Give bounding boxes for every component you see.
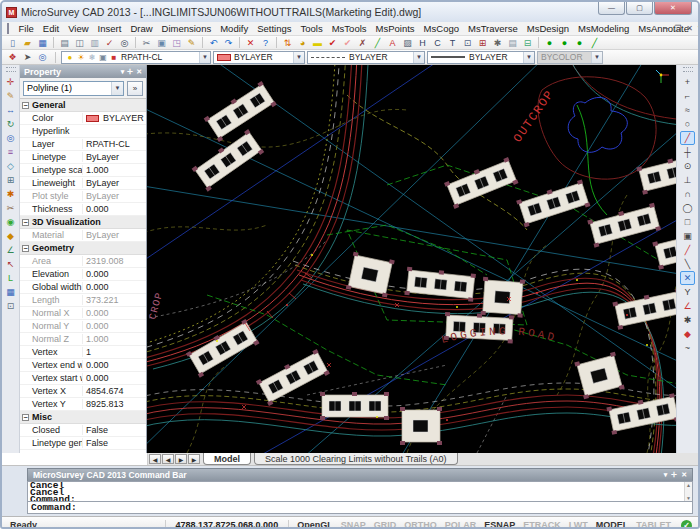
tab-next-button[interactable]: ▶	[175, 454, 187, 464]
menu-item-modify[interactable]: Modify	[216, 22, 253, 35]
circle-tool[interactable]: ○	[680, 117, 695, 131]
property-row[interactable]: Plot styleByLayer	[20, 190, 146, 203]
property-row[interactable]: Vertex end width0.000	[20, 359, 146, 372]
property-row[interactable]: LinetypeByLayer	[20, 151, 146, 164]
property-row[interactable]: Vertex X4854.674	[20, 385, 146, 398]
menu-item-mstools[interactable]: MsTools	[327, 22, 371, 35]
break-tool[interactable]: ✕	[680, 271, 695, 285]
center-circle-tool[interactable]: ⊙	[680, 159, 695, 173]
xy-marker-icon[interactable]: ✗	[355, 36, 370, 49]
panel-close-icon[interactable]: ✕	[136, 68, 142, 76]
offset-tool[interactable]: ≡	[3, 145, 18, 159]
property-row[interactable]: Length373.221	[20, 294, 146, 307]
property-panel-header[interactable]: Property ▾ ✛ ✕	[20, 65, 146, 78]
angle-tool[interactable]: ∠	[3, 243, 18, 257]
entity-selector-arrow-icon[interactable]: ▼	[111, 82, 123, 95]
hatch-icon[interactable]: ▨	[400, 36, 415, 49]
leader-tool[interactable]: ↖	[3, 257, 18, 271]
property-row[interactable]: Global width0.000	[20, 281, 146, 294]
image-tool[interactable]: ⊡	[3, 299, 18, 313]
property-row[interactable]: Hyperlink	[20, 125, 146, 138]
table-tool[interactable]: ▦	[3, 285, 18, 299]
copy-icon[interactable]: ▣	[154, 36, 169, 49]
polyline-tool[interactable]: ⌐	[680, 89, 695, 103]
menu-item-view[interactable]: View	[64, 22, 93, 35]
status-toggle-etrack[interactable]: ETRACK	[519, 520, 565, 529]
open-file-icon[interactable]: ▰	[20, 36, 35, 49]
maximize-button[interactable]: ▢	[626, 2, 653, 15]
menu-item-settings[interactable]: Settings	[253, 22, 296, 35]
lineweight-combo-arrow-icon[interactable]: ▼	[523, 52, 534, 63]
property-row[interactable]: MaterialByLayer	[20, 229, 146, 242]
status-toggle-snap[interactable]: SNAP	[337, 520, 370, 529]
tab-first-button[interactable]: ◀	[149, 454, 161, 464]
window-set-icon[interactable]: ⊞	[475, 36, 490, 49]
paste-icon[interactable]: ◳	[169, 36, 184, 49]
tab-last-button[interactable]: ▶	[188, 454, 200, 464]
command-bar-dropdown-icon[interactable]: ▾	[664, 471, 668, 479]
menu-item-draw[interactable]: Draw	[126, 22, 157, 35]
gear-icon[interactable]: ✱	[490, 36, 505, 49]
command-input[interactable]: Command:	[27, 502, 693, 514]
property-row[interactable]: Elevation0.000	[20, 268, 146, 281]
status-toggle-esnap[interactable]: ESNAP	[480, 520, 519, 529]
toolbar-drag-handle[interactable]	[6, 67, 16, 72]
status-toggle-grid[interactable]: GRID	[370, 520, 401, 529]
color-combobox[interactable]: BYLAYER ▼	[213, 51, 305, 64]
perpendicular-tool[interactable]: ⊥	[680, 173, 695, 187]
bucket-icon[interactable]: ◕	[295, 36, 310, 49]
collapse-icon[interactable]: −	[22, 102, 29, 109]
menu-item-edit[interactable]: Edit	[38, 22, 63, 35]
text-icon[interactable]: T	[445, 36, 460, 49]
match-properties-icon[interactable]: ✎	[184, 36, 199, 49]
layer-thaw-icon[interactable]: ❄	[87, 53, 97, 62]
3dpoly-tool[interactable]: ≈	[680, 103, 695, 117]
layer-combobox[interactable]: ●☀❄▣■ RPATH-CL ▼	[61, 51, 211, 64]
toolbar-drag-handle-right[interactable]	[683, 67, 693, 72]
property-row[interactable]: Linetype generatiFalse	[20, 437, 146, 450]
entity-selector-combobox[interactable]: Polyline (1) ▼	[23, 81, 124, 96]
plot-icon[interactable]: ▤	[57, 36, 72, 49]
sketch-tool[interactable]: ~	[680, 341, 695, 355]
property-row[interactable]: Normal Y0.000	[20, 320, 146, 333]
linetype-combo-arrow-icon[interactable]: ▼	[413, 52, 424, 63]
quick-select-button[interactable]: »	[127, 81, 143, 96]
property-row[interactable]: Vertex1	[20, 346, 146, 359]
zoom-window-tool[interactable]: ◎	[3, 131, 18, 145]
move-tool[interactable]: ↔	[3, 103, 18, 117]
fillet-tool[interactable]: ◉	[3, 215, 18, 229]
property-row[interactable]: Thickness0.000	[20, 203, 146, 216]
monitor-icon[interactable]: ⊟	[520, 36, 535, 49]
property-row[interactable]: Linetype scale1.000	[20, 164, 146, 177]
status-toggle-model[interactable]: MODEL	[592, 520, 633, 529]
tab-model[interactable]: Model	[203, 453, 251, 465]
property-row[interactable]: ColorBYLAYER	[20, 112, 146, 125]
trim-tool[interactable]: ✂	[3, 201, 18, 215]
command-bar-pin-icon[interactable]: ✛	[671, 471, 677, 479]
property-row[interactable]: Normal X0.000	[20, 307, 146, 320]
drawing-canvas[interactable]: OUTCROP CROP LOGGING ROAD	[147, 65, 676, 453]
audit-check-icon[interactable]: ✔	[325, 36, 340, 49]
property-section-geometry[interactable]: −Geometry	[20, 242, 146, 255]
history-icon[interactable]: H	[415, 36, 430, 49]
green-light-3-icon[interactable]: ●	[572, 36, 587, 49]
spell-check-icon[interactable]: ✓	[102, 36, 117, 49]
menu-item-window[interactable]: Window	[693, 22, 700, 35]
modify-props-tool[interactable]: ✛	[3, 75, 18, 89]
layer-lock-icon[interactable]: ▣	[98, 53, 108, 62]
audit-check2-icon[interactable]: ✔	[340, 36, 355, 49]
line-draw-icon[interactable]: ╱	[370, 36, 385, 49]
print-preview-icon[interactable]: ◫	[72, 36, 87, 49]
star-tool[interactable]: ✱	[680, 313, 695, 327]
snap-tool[interactable]: ◆	[3, 229, 18, 243]
selection-icon[interactable]: ➤	[20, 51, 35, 64]
text-style-icon[interactable]: A	[385, 36, 400, 49]
panel-pin-icon[interactable]: ✛	[127, 68, 133, 76]
arc-tool[interactable]: ∩	[680, 187, 695, 201]
draw-order-icon[interactable]: ⇅	[280, 36, 295, 49]
undo-icon[interactable]: ↶	[206, 36, 221, 49]
zoom-selection-icon[interactable]: ◎	[35, 51, 50, 64]
branch-tool[interactable]: Y	[680, 285, 695, 299]
redo-icon[interactable]: ↷	[221, 36, 236, 49]
command-bar-close-icon[interactable]: ✕	[681, 471, 687, 479]
